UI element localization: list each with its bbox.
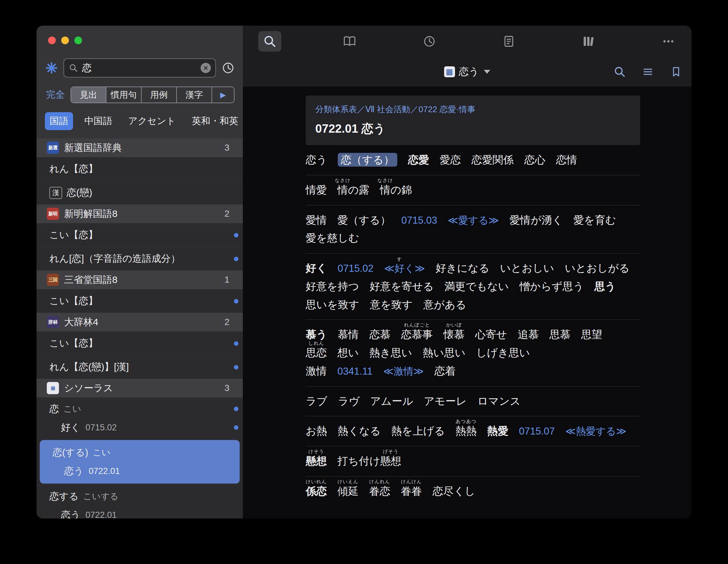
term[interactable]: 愛を育む bbox=[574, 214, 616, 226]
tab-3[interactable]: 英和・和英 bbox=[187, 112, 243, 130]
term[interactable]: 思いを致す bbox=[306, 299, 359, 311]
dictionary-selector[interactable]: ▦ 恋う bbox=[444, 65, 491, 79]
result-entry[interactable]: こい【恋】 bbox=[37, 223, 243, 247]
cross-reference-link[interactable]: ≪愛する≫ bbox=[448, 215, 499, 226]
play-button[interactable]: ▶ bbox=[211, 87, 234, 103]
term[interactable]: 愛恋 bbox=[440, 154, 461, 166]
search-input[interactable]: 恋 × bbox=[63, 58, 216, 78]
term[interactable]: ラヴ bbox=[338, 395, 360, 407]
term[interactable]: 恋情 bbox=[556, 154, 577, 166]
term[interactable]: いとおしがる bbox=[565, 262, 630, 274]
tab-1[interactable]: 中国語 bbox=[79, 112, 117, 130]
term[interactable]: アモーレ bbox=[424, 395, 467, 407]
dictionary-group-header[interactable]: 新選新選国語辞典3 bbox=[37, 138, 243, 157]
result-entry[interactable]: 恋(する)こい恋う0722.01 bbox=[40, 440, 240, 484]
term[interactable]: 打ち付け懸想げそう bbox=[337, 455, 401, 467]
cross-reference-link[interactable]: 0341.11 bbox=[337, 366, 373, 377]
term[interactable]: アムール bbox=[370, 395, 413, 407]
cross-reference-link[interactable]: ≪激情≫ bbox=[383, 366, 424, 377]
term[interactable]: 熱くなる bbox=[338, 425, 381, 437]
close-button[interactable] bbox=[48, 37, 56, 44]
term[interactable]: 追慕 bbox=[518, 328, 539, 340]
term[interactable]: 眷眷けんけん bbox=[401, 485, 422, 497]
segment-3[interactable]: 漢字 bbox=[176, 87, 211, 103]
zoom-button[interactable] bbox=[74, 37, 82, 44]
bookmark-icon[interactable] bbox=[670, 65, 683, 78]
term[interactable]: 恋う bbox=[306, 154, 327, 166]
term[interactable]: 愛情 bbox=[306, 214, 327, 226]
result-entry[interactable]: こい【恋】 bbox=[37, 331, 243, 355]
dictionary-group-header[interactable]: ▦シソーラス3 bbox=[37, 379, 243, 397]
term[interactable]: 意がある bbox=[423, 299, 466, 311]
segment-0[interactable]: 見出 bbox=[71, 87, 106, 103]
term[interactable]: 恋尽くし bbox=[433, 485, 476, 497]
term[interactable]: 心寄せ bbox=[475, 328, 507, 340]
result-entry[interactable]: れん【恋(戀)】[漢] bbox=[37, 355, 243, 379]
term[interactable]: 恋愛関係 bbox=[471, 154, 514, 166]
term[interactable]: 憎からず思う bbox=[519, 280, 584, 292]
breadcrumb[interactable]: 分類体系表／Ⅶ 社会活動／0722 恋愛·情事 bbox=[315, 104, 631, 115]
term[interactable]: 恋愛 bbox=[408, 154, 429, 166]
dictionary-group-header[interactable]: 新明新明解国語82 bbox=[37, 204, 243, 223]
minimize-button[interactable] bbox=[61, 37, 69, 44]
term[interactable]: 好意を寄せる bbox=[370, 280, 434, 292]
term[interactable]: 恋慕 bbox=[369, 328, 391, 340]
term[interactable]: 好きになる bbox=[435, 262, 489, 274]
term[interactable]: 熱愛 bbox=[487, 425, 508, 437]
cross-reference-link[interactable]: 0715.07 bbox=[519, 426, 555, 437]
term[interactable]: 慕う bbox=[306, 328, 327, 340]
history-icon[interactable] bbox=[221, 61, 235, 75]
more-toolbar-button[interactable] bbox=[657, 31, 680, 52]
tab-2[interactable]: アクセント bbox=[123, 112, 180, 130]
term[interactable]: 想い bbox=[337, 347, 359, 359]
term[interactable]: 情なさけの露 bbox=[337, 184, 369, 196]
term[interactable]: 愛を慈しむ bbox=[306, 232, 359, 244]
all-dictionaries-icon[interactable] bbox=[45, 61, 58, 75]
term[interactable]: 熱を上げる bbox=[391, 425, 445, 437]
clear-search-icon[interactable]: × bbox=[201, 63, 211, 73]
term[interactable]: ラブ bbox=[306, 395, 327, 407]
term[interactable]: ロマンス bbox=[477, 395, 521, 407]
search-icon[interactable] bbox=[613, 65, 626, 78]
term[interactable]: 熱い思い bbox=[423, 347, 466, 359]
term[interactable]: お熱 bbox=[306, 425, 327, 437]
term[interactable]: 意を致す bbox=[370, 299, 413, 311]
segment-2[interactable]: 用例 bbox=[141, 87, 176, 103]
history-toolbar-button[interactable] bbox=[418, 31, 441, 52]
term[interactable]: 情愛 bbox=[306, 184, 327, 196]
term[interactable]: 懐慕かいぼ bbox=[443, 328, 465, 340]
library-toolbar-button[interactable] bbox=[577, 31, 600, 52]
result-entry[interactable]: 恋こい好く0715.02 bbox=[37, 397, 243, 439]
term[interactable]: 満更でもない bbox=[444, 280, 509, 292]
document-toolbar-button[interactable] bbox=[497, 31, 520, 52]
lines-icon[interactable] bbox=[641, 65, 654, 78]
match-mode-label[interactable]: 完全 bbox=[46, 88, 65, 101]
cross-reference-link[interactable]: 0715.02 bbox=[338, 263, 374, 274]
term[interactable]: 恋着 bbox=[434, 365, 456, 377]
term[interactable]: 恋慕事れんぼごと bbox=[401, 328, 433, 340]
cross-reference-link[interactable]: ≪好すく≫ bbox=[384, 263, 425, 274]
result-entry[interactable]: こい【恋】 bbox=[37, 289, 243, 313]
dictionary-group-header[interactable]: 辞林大辞林42 bbox=[37, 313, 243, 331]
book-toolbar-button[interactable] bbox=[338, 31, 361, 52]
dictionary-group-header[interactable]: 三国三省堂国語81 bbox=[37, 270, 243, 289]
term[interactable]: 熱熱あつあつ bbox=[455, 425, 476, 437]
term[interactable]: 係恋けいれん bbox=[306, 485, 327, 497]
term[interactable]: 愛（する） bbox=[337, 214, 391, 226]
search-toolbar-button[interactable] bbox=[258, 31, 281, 52]
result-entry[interactable]: 恋するこいする恋う0722.01 bbox=[37, 485, 243, 518]
term[interactable]: しげき思い bbox=[476, 347, 530, 359]
term[interactable]: 懸想けそう bbox=[306, 455, 327, 467]
term[interactable]: 好く bbox=[306, 262, 327, 274]
term[interactable]: 熱き思い bbox=[369, 347, 412, 359]
term[interactable]: 思う bbox=[594, 280, 616, 292]
highlighted-term[interactable]: 恋（する） bbox=[338, 153, 398, 167]
term[interactable]: 眷恋けんれん bbox=[369, 485, 390, 497]
result-entry[interactable]: 漢恋(戀) bbox=[37, 181, 243, 204]
term[interactable]: 傾延けいえん bbox=[337, 485, 359, 497]
term[interactable]: 愛情が湧く bbox=[509, 214, 563, 226]
result-entry[interactable]: れん【恋】 bbox=[37, 157, 243, 181]
term[interactable]: 激情 bbox=[306, 365, 327, 377]
term[interactable]: 情なさけの錦 bbox=[380, 184, 412, 196]
tab-0[interactable]: 国語 bbox=[45, 112, 73, 130]
